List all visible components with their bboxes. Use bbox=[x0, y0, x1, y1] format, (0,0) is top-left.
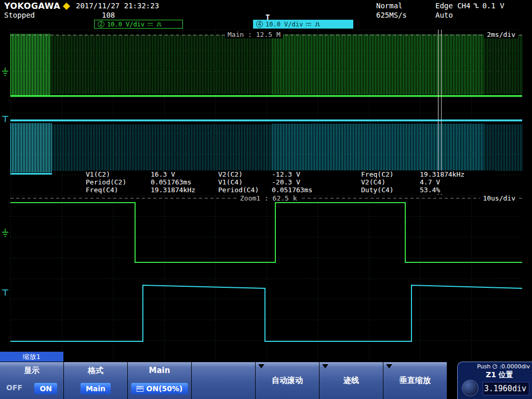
bandwidth-icon bbox=[156, 22, 162, 27]
measurement-row: Period(C2) 0.051763ms V1(C4) -20.3 V V2(… bbox=[86, 178, 496, 186]
measurement-label: V2(C2) bbox=[218, 170, 272, 178]
z1-position-value[interactable]: 3.1960div bbox=[483, 382, 529, 395]
vertical-zoom-label: 垂直缩放 bbox=[383, 362, 447, 399]
measurement-value: 53.4% bbox=[420, 186, 496, 194]
measurement-label: Freq(C2) bbox=[361, 170, 420, 178]
trace-button[interactable]: 迹线 bbox=[320, 362, 383, 399]
main-timebase: 2ms/div bbox=[484, 31, 518, 38]
coupling-dc-icon bbox=[147, 22, 153, 27]
display-off-option[interactable]: OFF bbox=[6, 383, 22, 392]
yokogawa-logo: YOKOGAWA bbox=[4, 1, 60, 11]
trigger-settings: Edge CH4 0.1 V bbox=[435, 2, 504, 10]
main-split-value[interactable]: ON(50%) bbox=[131, 383, 188, 394]
yokogawa-diamond-icon bbox=[63, 2, 70, 9]
measurement-label: V1(C2) bbox=[86, 170, 151, 178]
auto-scroll-button[interactable]: 自动滚动 bbox=[256, 362, 319, 399]
display-label: 显示 bbox=[0, 366, 63, 376]
format-label: 格式 bbox=[64, 366, 127, 376]
ch2-ground-marker bbox=[1, 68, 9, 76]
channel4-scale: 10.0 V/div bbox=[265, 21, 303, 28]
zoom-timebase: 10us/div bbox=[480, 194, 518, 202]
measurement-row: Freq(C4) 19.31874kHz Period(C4) 0.051763… bbox=[86, 186, 496, 194]
measurement-value: 0.051763ms bbox=[272, 186, 361, 194]
measurement-label: Period(C2) bbox=[86, 178, 151, 186]
split-screen-icon bbox=[137, 386, 144, 392]
acquisition-count: 108 bbox=[102, 11, 115, 19]
ch2-main-trace bbox=[10, 34, 522, 97]
measurement-value: 19.31874kHz bbox=[420, 170, 496, 178]
channel4-badge[interactable]: 4 10.0 V/div bbox=[253, 20, 353, 29]
edge-falling-icon bbox=[473, 3, 480, 9]
softkey-menu: 缩放1 显示 OFF ON 格式 Main Main ON(50%) bbox=[0, 362, 532, 399]
measurement-value: 19.31874kHz bbox=[151, 186, 218, 194]
vertical-zoom-button[interactable]: 垂直缩放 bbox=[383, 362, 447, 399]
coupling-dc-icon bbox=[305, 22, 312, 27]
measurement-label: Duty(C4) bbox=[361, 186, 420, 194]
acquisition-status: Stopped bbox=[4, 11, 35, 19]
measurement-value: 16.3 V bbox=[151, 170, 218, 178]
zoom-traces bbox=[10, 203, 522, 341]
ch4-main-trace bbox=[10, 119, 522, 175]
ch2-zoom-ground-marker bbox=[1, 229, 9, 237]
push-value: :0.0000div bbox=[499, 363, 530, 370]
channel2-number: 2 bbox=[98, 21, 104, 28]
sample-rate: 625MS/s bbox=[376, 11, 407, 19]
ch2-zoom-trace bbox=[10, 203, 522, 262]
z1-position-title: Z1 位置 bbox=[486, 370, 513, 380]
measurement-value: 0.051763ms bbox=[151, 178, 218, 186]
bandwidth-icon bbox=[314, 22, 321, 27]
format-button[interactable]: 格式 Main bbox=[64, 362, 127, 399]
channel2-badge[interactable]: 2 10.0 V/div bbox=[94, 20, 183, 29]
trigger-mode: Normal bbox=[376, 2, 403, 10]
measurement-value: -12.3 V bbox=[272, 170, 361, 178]
datetime: 2017/11/27 21:32:23 bbox=[76, 2, 159, 10]
measurement-row: V1(C2) 16.3 V V2(C2) -12.3 V Freq(C2) 19… bbox=[86, 170, 496, 178]
empty-button[interactable] bbox=[192, 362, 255, 399]
knob-icon bbox=[492, 364, 498, 369]
ch4-level-marker bbox=[1, 115, 9, 123]
ch4-zoom-level-marker bbox=[1, 289, 9, 297]
zoom-record-label: Zoom1 : 62.5 k bbox=[237, 194, 300, 202]
channel2-scale: 10.0 V/div bbox=[107, 21, 144, 28]
measurement-label: Freq(C4) bbox=[86, 186, 151, 194]
ch4-zoom-trace bbox=[10, 285, 522, 341]
channel4-number: 4 bbox=[256, 21, 263, 28]
waveform-display: Main : 12.5 M 2ms/div Zoom1 : 62.5 k 10u… bbox=[10, 30, 522, 361]
display-button[interactable]: 显示 OFF ON bbox=[0, 362, 63, 399]
main-split-label: Main bbox=[128, 366, 191, 375]
trigger-level: 0.1 V bbox=[482, 2, 504, 10]
trigger-source: Edge CH4 bbox=[435, 2, 470, 10]
trace-label: 迹线 bbox=[320, 362, 383, 399]
main-record-label: Main : 12.5 M bbox=[225, 31, 283, 38]
measurement-value: 4.7 V bbox=[420, 178, 496, 186]
format-value[interactable]: Main bbox=[81, 383, 111, 394]
measurement-label: V1(C4) bbox=[218, 178, 272, 186]
measurements-overlay: V1(C2) 16.3 V V2(C2) -12.3 V Freq(C2) 19… bbox=[86, 170, 496, 194]
display-on-option[interactable]: ON bbox=[34, 383, 57, 394]
measurement-label: V2(C4) bbox=[361, 178, 420, 186]
auto-scroll-label: 自动滚动 bbox=[256, 362, 319, 399]
push-label: Push bbox=[477, 363, 490, 370]
main-split-button[interactable]: Main ON(50%) bbox=[128, 362, 191, 399]
main-split-value-text: ON(50%) bbox=[147, 384, 183, 393]
measurement-value: -20.3 V bbox=[272, 178, 361, 186]
z1-position-knob[interactable] bbox=[462, 380, 478, 396]
zoom1-tab[interactable]: 缩放1 bbox=[0, 352, 63, 362]
oscilloscope-screen: YOKOGAWA Stopped 2017/11/27 21:32:23 108… bbox=[0, 0, 532, 399]
z1-position-panel: Push :0.0000div Z1 位置 3.1960div bbox=[457, 362, 532, 399]
trigger-sweep: Auto bbox=[435, 11, 453, 19]
push-hint: Push :0.0000div bbox=[477, 363, 530, 370]
measurement-label: Period(C4) bbox=[218, 186, 272, 194]
brand-row: YOKOGAWA bbox=[4, 1, 69, 11]
